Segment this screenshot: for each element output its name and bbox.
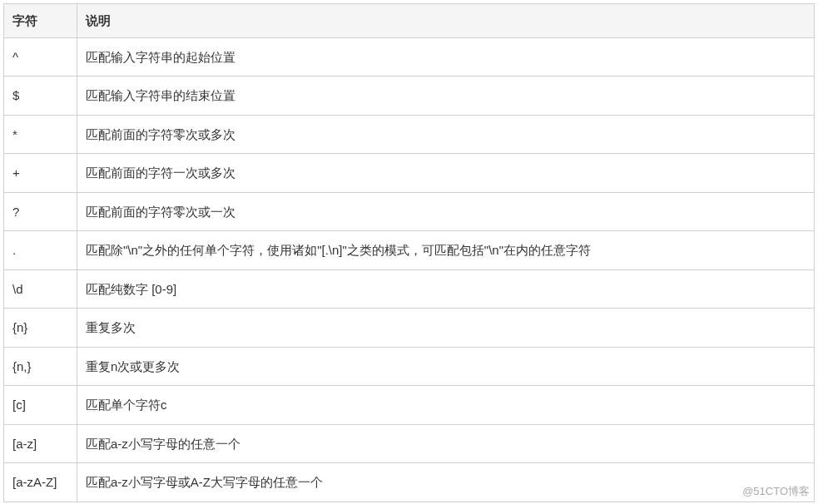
- table-row: {n,} 重复n次或更多次: [4, 347, 815, 386]
- table-row: \d 匹配纯数字 [0-9]: [4, 269, 815, 309]
- header-desc: 说明: [77, 4, 815, 38]
- cell-char: {n}: [4, 309, 77, 348]
- table-row: {n} 重复多次: [4, 309, 815, 348]
- table-row: * 匹配前面的字符零次或多次: [4, 115, 815, 154]
- cell-desc: 重复多次: [77, 309, 815, 348]
- table-row: ^ 匹配输入字符串的起始位置: [4, 37, 815, 77]
- header-char: 字符: [4, 4, 77, 38]
- cell-char: {n,}: [4, 347, 77, 386]
- cell-desc: 匹配前面的字符零次或一次: [77, 192, 815, 231]
- cell-desc: 重复n次或更多次: [77, 347, 815, 386]
- cell-desc: 匹配除"\n"之外的任何单个字符，使用诸如"[.\n]"之类的模式，可匹配包括"…: [77, 231, 815, 270]
- watermark-text: @51CTO博客: [742, 484, 810, 499]
- cell-char: [a-z]: [4, 424, 77, 463]
- table-row: . 匹配除"\n"之外的任何单个字符，使用诸如"[.\n]"之类的模式，可匹配包…: [4, 231, 815, 270]
- cell-char: *: [4, 115, 77, 154]
- cell-desc: 匹配输入字符串的起始位置: [77, 37, 815, 77]
- cell-desc: 匹配单个字符c: [77, 386, 815, 425]
- cell-desc: 匹配纯数字 [0-9]: [77, 269, 815, 309]
- cell-desc: 匹配a-z小写字母的任意一个: [77, 424, 815, 463]
- cell-desc: 匹配前面的字符零次或多次: [77, 115, 815, 154]
- cell-char: \d: [4, 269, 77, 309]
- table-row: + 匹配前面的字符一次或多次: [4, 154, 815, 193]
- cell-desc: 匹配a-z小写字母或A-Z大写字母的任意一个: [77, 463, 815, 502]
- table-row: [c] 匹配单个字符c: [4, 386, 815, 425]
- cell-char: ?: [4, 192, 77, 231]
- cell-desc: 匹配前面的字符一次或多次: [77, 154, 815, 193]
- table-row: ? 匹配前面的字符零次或一次: [4, 192, 815, 231]
- cell-char: +: [4, 154, 77, 193]
- table-row: $ 匹配输入字符串的结束位置: [4, 77, 815, 116]
- table-row: [a-z] 匹配a-z小写字母的任意一个: [4, 424, 815, 463]
- cell-char: $: [4, 77, 77, 116]
- table-row: [a-zA-Z] 匹配a-z小写字母或A-Z大写字母的任意一个: [4, 463, 815, 502]
- cell-char: [c]: [4, 386, 77, 425]
- cell-desc: 匹配输入字符串的结束位置: [77, 77, 815, 116]
- regex-reference-table: 字符 说明 ^ 匹配输入字符串的起始位置 $ 匹配输入字符串的结束位置 * 匹配…: [3, 3, 815, 502]
- cell-char: .: [4, 231, 77, 270]
- cell-char: [a-zA-Z]: [4, 463, 77, 502]
- table-header-row: 字符 说明: [4, 4, 815, 38]
- cell-char: ^: [4, 37, 77, 77]
